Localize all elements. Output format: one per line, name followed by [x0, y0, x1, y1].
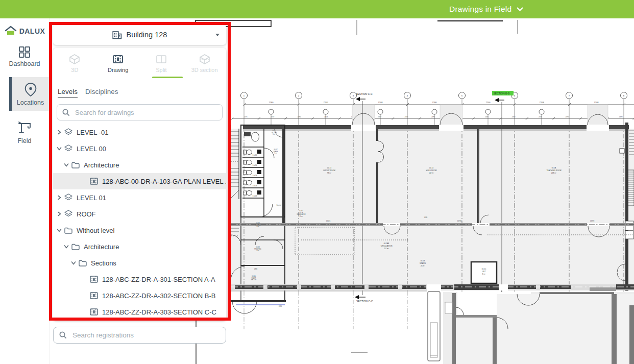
- sidebar-item-locations[interactable]: Locations: [9, 77, 49, 111]
- chevron-right-icon: [55, 195, 63, 200]
- svg-text:1.6x2M: 1.6x2M: [252, 175, 257, 177]
- svg-text:5 m²: 5 m²: [273, 133, 276, 135]
- svg-text:2445: 2445: [404, 116, 408, 118]
- svg-text:00.14: 00.14: [429, 167, 433, 169]
- sidebar-item-dashboard[interactable]: Dashboard: [0, 41, 49, 72]
- svg-text:1.6x2M: 1.6x2M: [252, 195, 257, 197]
- dalux-house-icon: [4, 26, 17, 37]
- search-registrations-input[interactable]: [71, 331, 221, 339]
- drawings-in-field-dropdown[interactable]: Drawings in Field: [449, 0, 523, 18]
- svg-text:7208: 7208: [378, 101, 383, 104]
- svg-text:2495: 2495: [565, 116, 569, 118]
- tree-item-level-00[interactable]: LEVEL 00: [53, 140, 226, 157]
- svg-text:7280: 7280: [432, 101, 437, 104]
- svg-text:SECTION C-C: SECTION C-C: [356, 300, 373, 303]
- tree-item-without-level[interactable]: Without level: [53, 222, 226, 238]
- svg-text:2445: 2445: [485, 116, 489, 118]
- svg-text:00.1C: 00.1C: [482, 268, 486, 270]
- tab-label: Drawing: [108, 67, 128, 73]
- drawing-icon: [112, 53, 124, 65]
- tree-item-label: Without level: [77, 227, 114, 234]
- search-drawings-box: [57, 104, 223, 120]
- svg-text:KH 7 m²: KH 7 m²: [251, 279, 256, 281]
- tab-disciplines[interactable]: Disciplines: [85, 88, 118, 98]
- drawing-file-icon: [89, 275, 99, 283]
- svg-text:2404: 2404: [539, 116, 542, 118]
- tree-item-label: 128-ABC-ZZ-DR-A-301-SECTION A-A: [102, 276, 215, 283]
- svg-text:2470: 2470: [271, 116, 274, 118]
- svg-text:5 m²: 5 m²: [256, 250, 259, 252]
- svg-text:2480: 2480: [431, 116, 435, 118]
- folder-icon: [78, 259, 88, 267]
- folder-icon: [63, 227, 74, 234]
- svg-text:12015: 12015: [326, 220, 331, 222]
- tree-item-sections[interactable]: Sections: [53, 255, 226, 271]
- chevron-down-icon: [517, 7, 523, 11]
- tree-item-label: LEVEL -01: [77, 129, 108, 136]
- tab-3d-section[interactable]: 3D section: [183, 48, 226, 78]
- dashboard-icon: [18, 46, 31, 58]
- tree-item-label: LEVEL 00: [77, 145, 106, 153]
- tree-item-label: Architecture: [84, 243, 119, 251]
- chevron-down-icon: [55, 228, 63, 233]
- tree-item-level-01[interactable]: LEVEL 01: [53, 189, 226, 206]
- chevron-down-icon: [62, 162, 70, 167]
- tree-item-128-abc-zz-dr-a-302-section-b-b[interactable]: 128-ABC-ZZ-DR-A-302-SECTION B-B: [53, 287, 226, 304]
- tab-3d[interactable]: 3D: [53, 48, 96, 78]
- svg-text:2880: 2880: [254, 268, 258, 270]
- cube-section-icon: [199, 53, 211, 65]
- tree-item-128-abc-zz-dr-a-301-section-a-a[interactable]: 128-ABC-ZZ-DR-A-301-SECTION A-A: [53, 271, 226, 287]
- tree-item-128-abc-zz-dr-a-303-section-c-c[interactable]: 128-ABC-ZZ-DR-A-303-SECTION C-C: [53, 304, 226, 320]
- building-icon: [112, 31, 122, 39]
- tab-drawing[interactable]: Drawing: [96, 48, 140, 78]
- svg-text:Control: Control: [276, 204, 281, 206]
- tree-item-roof[interactable]: ROOF: [53, 206, 226, 222]
- building-interior: [231, 105, 634, 288]
- building-selector[interactable]: Building 128: [53, 25, 226, 45]
- tab-label: Split: [156, 67, 166, 73]
- active-tab-underline: [152, 77, 183, 78]
- svg-text:7208: 7208: [594, 101, 599, 104]
- drawing-file-icon: [89, 292, 99, 300]
- tree-item-label: 128-ABC-ZZ-DR-A-303-SECTION C-C: [102, 308, 216, 316]
- svg-text:11 m²: 11 m²: [300, 215, 303, 217]
- sidebar: DALUX Dashboard Locations Field: [0, 18, 50, 364]
- sidebar-item-field[interactable]: Field: [0, 115, 49, 149]
- tree-item-level-01[interactable]: LEVEL -01: [53, 124, 226, 140]
- tab-split[interactable]: Split: [140, 48, 183, 78]
- tree-item-label: Architecture: [84, 161, 119, 169]
- svg-text:142 m²: 142 m²: [429, 172, 434, 174]
- search-drawings-input[interactable]: [74, 108, 217, 117]
- chevron-down-icon: [69, 260, 78, 265]
- search-icon: [59, 331, 67, 339]
- tree-item-128-abc-00-dr-a-103-ga-plan-level[interactable]: 128-ABC-00-DR-A-103-GA PLAN LEVEL ...: [53, 173, 226, 189]
- svg-text:TEACHING ROOM: TEACHING ROOM: [546, 169, 561, 172]
- split-view-icon: [155, 53, 167, 65]
- tree-item-label: 128-ABC-ZZ-DR-A-302-SECTION B-B: [102, 292, 215, 300]
- dalux-logo[interactable]: DALUX: [0, 26, 49, 37]
- bottom-wall: [231, 284, 634, 291]
- cube-icon: [68, 53, 81, 65]
- svg-text:14728: 14728: [590, 220, 595, 222]
- svg-text:151 m²: 151 m²: [384, 248, 389, 250]
- sidebar-item-label: Dashboard: [9, 60, 40, 67]
- dalux-logo-text: DALUX: [19, 27, 45, 35]
- svg-text:SECTION C-C: SECTION C-C: [356, 92, 373, 95]
- drawings-tree: LEVEL -01LEVEL 00Architecture128-ABC-00-…: [53, 124, 226, 320]
- level-icon: [63, 128, 74, 137]
- svg-text:7200: 7200: [324, 101, 329, 104]
- svg-text:00.1B: 00.1B: [421, 260, 425, 262]
- folder-icon: [70, 243, 81, 251]
- level-icon: [63, 209, 74, 219]
- tab-levels[interactable]: Levels: [58, 88, 78, 98]
- tree-item-label: Sections: [91, 259, 116, 267]
- svg-text:218 m²: 218 m²: [551, 172, 556, 174]
- folder-icon: [70, 161, 81, 169]
- drawing-file-icon: [89, 177, 99, 185]
- filter-tabs: Levels Disciplines: [53, 78, 226, 98]
- tree-item-architecture[interactable]: Architecture: [53, 157, 226, 173]
- tree-item-architecture[interactable]: Architecture: [53, 238, 226, 255]
- svg-text:98 m²: 98 m²: [327, 172, 331, 174]
- svg-text:1.6x2M: 1.6x2M: [252, 164, 257, 166]
- top-bar: Drawings in Field: [0, 0, 634, 18]
